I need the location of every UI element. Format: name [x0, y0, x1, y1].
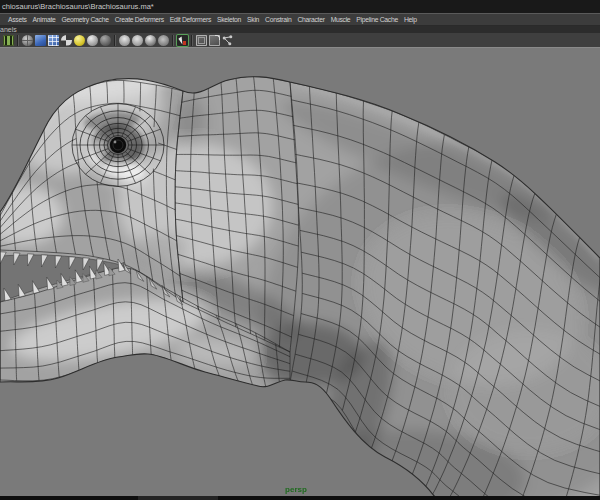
menu-item-assets[interactable]: Assets	[8, 16, 27, 23]
all-lights-icon[interactable]	[87, 35, 98, 46]
toolbar-separator	[114, 35, 116, 46]
select-highlight-icon[interactable]	[177, 35, 188, 46]
maya-window: chiosaurus\Brachiosaurus\Brachiosaurus.m…	[0, 0, 600, 500]
perspective-viewport[interactable]: persp	[0, 48, 600, 496]
toolbar-separator	[172, 35, 174, 46]
menu-item-geometry-cache[interactable]: Geometry Cache	[61, 16, 108, 23]
menu-item-help[interactable]: Help	[404, 16, 417, 23]
toolbar-separator	[191, 35, 193, 46]
menu-item-create-deformers[interactable]: Create Deformers	[115, 16, 164, 23]
wireframe-mode-icon[interactable]	[22, 35, 33, 46]
viewport-toolbar	[0, 33, 600, 47]
wireframe-on-shaded-icon[interactable]	[48, 35, 59, 46]
menu-item-character[interactable]: Character	[297, 16, 324, 23]
menu-item-pipeline-cache[interactable]: Pipeline Cache	[356, 16, 398, 23]
menu-item-muscle[interactable]: Muscle	[331, 16, 351, 23]
lighting-flat-icon[interactable]	[119, 35, 130, 46]
menu-bar: Assets Animate Geometry Cache Create Def…	[0, 13, 600, 26]
scene-cube-icon[interactable]	[196, 35, 207, 46]
brachiosaurus-mesh-canvas	[0, 48, 600, 496]
menu-item-skeleton[interactable]: Skeleton	[217, 16, 241, 23]
panel-menu-strip: anels	[0, 26, 600, 33]
smooth-shade-mode-icon[interactable]	[35, 35, 46, 46]
camera-label[interactable]: persp	[266, 485, 326, 494]
window-title-text: chiosaurus\Brachiosaurus\Brachiosaurus.m…	[2, 2, 154, 11]
timeline-edge	[0, 496, 600, 500]
no-lights-icon[interactable]	[100, 35, 111, 46]
shadows-icon[interactable]	[145, 35, 156, 46]
cache-playback-icon[interactable]	[209, 35, 220, 46]
panels-menu-clipped[interactable]: anels	[0, 26, 600, 33]
toolbar-separator	[17, 35, 19, 46]
menu-item-edit-deformers[interactable]: Edit Deformers	[170, 16, 211, 23]
default-lighting-icon[interactable]	[74, 35, 85, 46]
panel-layout-icon[interactable]	[3, 35, 14, 46]
menu-item-constrain[interactable]: Constrain	[265, 16, 291, 23]
lighting-soft-icon[interactable]	[132, 35, 143, 46]
timeline-edge-segment	[138, 496, 218, 500]
menu-item-skin[interactable]: Skin	[247, 16, 259, 23]
textured-mode-icon[interactable]	[61, 35, 72, 46]
window-titlebar[interactable]: chiosaurus\Brachiosaurus\Brachiosaurus.m…	[0, 0, 600, 13]
menu-item-animate[interactable]: Animate	[33, 16, 56, 23]
share-nodes-icon[interactable]	[222, 35, 233, 46]
occlusion-icon[interactable]	[158, 35, 169, 46]
